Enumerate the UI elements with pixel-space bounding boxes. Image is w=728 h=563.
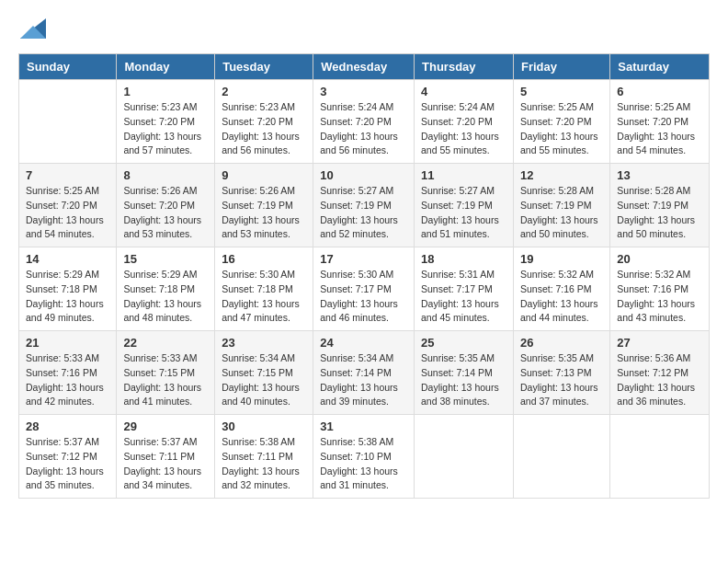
header (18, 18, 710, 39)
calendar-cell (19, 80, 117, 164)
calendar-cell: 30Sunrise: 5:38 AMSunset: 7:11 PMDayligh… (215, 415, 313, 499)
calendar-cell: 29Sunrise: 5:37 AMSunset: 7:11 PMDayligh… (117, 415, 215, 499)
day-info: Sunrise: 5:34 AMSunset: 7:15 PMDaylight:… (222, 351, 306, 409)
day-info: Sunrise: 5:28 AMSunset: 7:19 PMDaylight:… (520, 184, 603, 242)
day-number: 14 (26, 252, 109, 266)
day-info: Sunrise: 5:24 AMSunset: 7:20 PMDaylight:… (421, 100, 506, 158)
calendar-cell: 26Sunrise: 5:35 AMSunset: 7:13 PMDayligh… (513, 331, 609, 415)
weekday-header-monday: Monday (117, 54, 215, 80)
day-number: 4 (421, 85, 506, 98)
day-info: Sunrise: 5:29 AMSunset: 7:18 PMDaylight:… (123, 268, 208, 326)
day-info: Sunrise: 5:25 AMSunset: 7:20 PMDaylight:… (520, 100, 603, 158)
calendar-cell (513, 415, 609, 499)
day-info: Sunrise: 5:28 AMSunset: 7:19 PMDaylight:… (617, 184, 702, 242)
weekday-header-tuesday: Tuesday (215, 54, 313, 80)
logo-icon (20, 18, 46, 39)
day-info: Sunrise: 5:36 AMSunset: 7:12 PMDaylight:… (617, 351, 702, 409)
weekday-header-sunday: Sunday (19, 54, 117, 80)
calendar-cell: 27Sunrise: 5:36 AMSunset: 7:12 PMDayligh… (610, 331, 710, 415)
day-number: 17 (320, 252, 407, 266)
calendar-cell: 11Sunrise: 5:27 AMSunset: 7:19 PMDayligh… (415, 164, 514, 247)
calendar-week-row: 28Sunrise: 5:37 AMSunset: 7:12 PMDayligh… (19, 415, 710, 499)
day-number: 21 (26, 336, 109, 350)
day-number: 19 (520, 252, 603, 266)
day-number: 7 (26, 168, 109, 182)
weekday-header-saturday: Saturday (610, 54, 710, 80)
calendar-cell: 31Sunrise: 5:38 AMSunset: 7:10 PMDayligh… (313, 415, 415, 499)
calendar-cell: 23Sunrise: 5:34 AMSunset: 7:15 PMDayligh… (215, 331, 313, 415)
day-info: Sunrise: 5:32 AMSunset: 7:16 PMDaylight:… (520, 268, 603, 326)
weekday-header-row: SundayMondayTuesdayWednesdayThursdayFrid… (19, 54, 710, 80)
calendar-cell: 15Sunrise: 5:29 AMSunset: 7:18 PMDayligh… (117, 247, 215, 331)
day-number: 11 (421, 168, 506, 182)
calendar-cell (610, 415, 710, 499)
day-number: 23 (222, 336, 306, 350)
calendar-week-row: 7Sunrise: 5:25 AMSunset: 7:20 PMDaylight… (19, 164, 710, 247)
day-number: 10 (320, 168, 407, 182)
calendar-cell: 9Sunrise: 5:26 AMSunset: 7:19 PMDaylight… (215, 164, 313, 247)
day-number: 20 (617, 252, 702, 266)
calendar-cell: 6Sunrise: 5:25 AMSunset: 7:20 PMDaylight… (610, 80, 710, 164)
day-number: 27 (617, 336, 702, 350)
calendar-cell: 16Sunrise: 5:30 AMSunset: 7:18 PMDayligh… (215, 247, 313, 331)
day-info: Sunrise: 5:26 AMSunset: 7:19 PMDaylight:… (222, 184, 306, 242)
day-number: 13 (617, 168, 702, 182)
day-number: 18 (421, 252, 506, 266)
day-number: 28 (26, 419, 109, 433)
calendar-cell: 13Sunrise: 5:28 AMSunset: 7:19 PMDayligh… (610, 164, 710, 247)
calendar-cell: 12Sunrise: 5:28 AMSunset: 7:19 PMDayligh… (513, 164, 609, 247)
day-info: Sunrise: 5:37 AMSunset: 7:12 PMDaylight:… (26, 435, 109, 493)
day-info: Sunrise: 5:32 AMSunset: 7:16 PMDaylight:… (617, 268, 702, 326)
day-info: Sunrise: 5:38 AMSunset: 7:11 PMDaylight:… (222, 435, 306, 493)
weekday-header-friday: Friday (513, 54, 609, 80)
day-number: 3 (320, 85, 407, 98)
day-number: 12 (520, 168, 603, 182)
calendar-cell: 10Sunrise: 5:27 AMSunset: 7:19 PMDayligh… (313, 164, 415, 247)
calendar-cell: 19Sunrise: 5:32 AMSunset: 7:16 PMDayligh… (513, 247, 609, 331)
calendar-cell: 4Sunrise: 5:24 AMSunset: 7:20 PMDaylight… (415, 80, 514, 164)
calendar-table: SundayMondayTuesdayWednesdayThursdayFrid… (18, 53, 710, 499)
day-number: 22 (123, 336, 208, 350)
day-info: Sunrise: 5:33 AMSunset: 7:16 PMDaylight:… (26, 351, 109, 409)
day-number: 30 (222, 419, 306, 433)
calendar-cell: 2Sunrise: 5:23 AMSunset: 7:20 PMDaylight… (215, 80, 313, 164)
calendar-cell: 21Sunrise: 5:33 AMSunset: 7:16 PMDayligh… (19, 331, 117, 415)
day-info: Sunrise: 5:35 AMSunset: 7:13 PMDaylight:… (520, 351, 603, 409)
weekday-header-wednesday: Wednesday (313, 54, 415, 80)
day-info: Sunrise: 5:33 AMSunset: 7:15 PMDaylight:… (123, 351, 208, 409)
day-info: Sunrise: 5:25 AMSunset: 7:20 PMDaylight:… (26, 184, 109, 242)
calendar-cell: 20Sunrise: 5:32 AMSunset: 7:16 PMDayligh… (610, 247, 710, 331)
calendar-cell: 25Sunrise: 5:35 AMSunset: 7:14 PMDayligh… (415, 331, 514, 415)
calendar-cell: 1Sunrise: 5:23 AMSunset: 7:20 PMDaylight… (117, 80, 215, 164)
day-number: 15 (123, 252, 208, 266)
day-info: Sunrise: 5:29 AMSunset: 7:18 PMDaylight:… (26, 268, 109, 326)
calendar-cell (415, 415, 514, 499)
day-info: Sunrise: 5:30 AMSunset: 7:18 PMDaylight:… (222, 268, 306, 326)
day-info: Sunrise: 5:27 AMSunset: 7:19 PMDaylight:… (320, 184, 407, 242)
calendar-cell: 22Sunrise: 5:33 AMSunset: 7:15 PMDayligh… (117, 331, 215, 415)
day-number: 6 (617, 85, 702, 98)
day-info: Sunrise: 5:34 AMSunset: 7:14 PMDaylight:… (320, 351, 407, 409)
calendar-cell: 24Sunrise: 5:34 AMSunset: 7:14 PMDayligh… (313, 331, 415, 415)
day-number: 5 (520, 85, 603, 98)
day-info: Sunrise: 5:25 AMSunset: 7:20 PMDaylight:… (617, 100, 702, 158)
day-info: Sunrise: 5:35 AMSunset: 7:14 PMDaylight:… (421, 351, 506, 409)
day-number: 29 (123, 419, 208, 433)
day-info: Sunrise: 5:31 AMSunset: 7:17 PMDaylight:… (421, 268, 506, 326)
day-number: 26 (520, 336, 603, 350)
day-info: Sunrise: 5:38 AMSunset: 7:10 PMDaylight:… (320, 435, 407, 493)
calendar-cell: 14Sunrise: 5:29 AMSunset: 7:18 PMDayligh… (19, 247, 117, 331)
day-number: 25 (421, 336, 506, 350)
day-info: Sunrise: 5:24 AMSunset: 7:20 PMDaylight:… (320, 100, 407, 158)
day-number: 8 (123, 168, 208, 182)
calendar-cell: 3Sunrise: 5:24 AMSunset: 7:20 PMDaylight… (313, 80, 415, 164)
weekday-header-thursday: Thursday (415, 54, 514, 80)
calendar-cell: 5Sunrise: 5:25 AMSunset: 7:20 PMDaylight… (513, 80, 609, 164)
calendar-cell: 28Sunrise: 5:37 AMSunset: 7:12 PMDayligh… (19, 415, 117, 499)
calendar-week-row: 14Sunrise: 5:29 AMSunset: 7:18 PMDayligh… (19, 247, 710, 331)
day-number: 24 (320, 336, 407, 350)
day-info: Sunrise: 5:30 AMSunset: 7:17 PMDaylight:… (320, 268, 407, 326)
calendar-cell: 17Sunrise: 5:30 AMSunset: 7:17 PMDayligh… (313, 247, 415, 331)
calendar-cell: 8Sunrise: 5:26 AMSunset: 7:20 PMDaylight… (117, 164, 215, 247)
day-number: 2 (222, 85, 306, 98)
